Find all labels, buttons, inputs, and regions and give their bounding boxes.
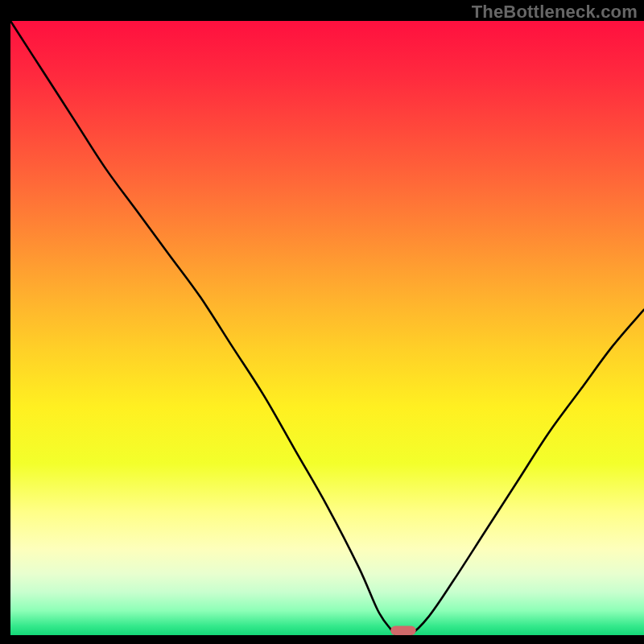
bottleneck-chart — [0, 0, 644, 644]
chart-container: TheBottleneck.com — [0, 0, 644, 644]
optimal-marker — [390, 626, 415, 635]
chart-plot-bg — [10, 21, 644, 635]
